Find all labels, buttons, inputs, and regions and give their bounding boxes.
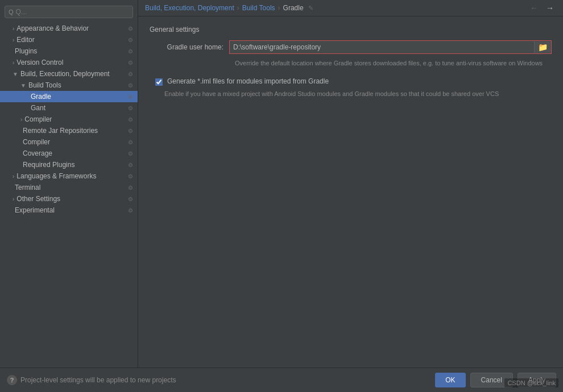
ok-button[interactable]: OK (435, 373, 465, 387)
sidebar-item-experimental[interactable]: Experimental ⚙ (0, 205, 138, 216)
dialog-body: Q › Appearance & Behavior ⚙ › Editor ⚙ P… (0, 0, 563, 368)
forward-arrow[interactable]: → (544, 3, 556, 12)
sidebar-item-appearance[interactable]: › Appearance & Behavior ⚙ (0, 23, 138, 34)
sidebar-item-label: Required Plugins (23, 161, 74, 169)
sidebar-item-plugins[interactable]: Plugins ⚙ (0, 45, 138, 57)
generate-iml-row: Generate *.iml files for modules importe… (155, 77, 552, 86)
gradle-home-input[interactable] (230, 41, 534, 53)
settings-icon: ⚙ (128, 82, 133, 89)
sidebar: Q › Appearance & Behavior ⚙ › Editor ⚙ P… (0, 0, 138, 368)
sidebar-item-editor[interactable]: › Editor ⚙ (0, 34, 138, 45)
sidebar-item-compiler-sub[interactable]: › Compiler ⚙ (0, 114, 138, 125)
sidebar-item-terminal[interactable]: Terminal ⚙ (0, 182, 138, 193)
arrow-icon: › (13, 60, 14, 66)
search-icon: Q (9, 9, 14, 15)
sidebar-item-gant[interactable]: Gant ⚙ (0, 102, 138, 114)
sidebar-item-label: Gant (31, 104, 45, 112)
arrow-icon: › (13, 196, 14, 202)
settings-icon: ⚙ (128, 151, 133, 157)
arrow-icon: › (13, 173, 14, 180)
settings-icon: ⚙ (128, 48, 133, 55)
generate-iml-checkbox[interactable] (155, 78, 163, 86)
breadcrumb-sep1: › (237, 4, 239, 12)
generate-iml-label[interactable]: Generate *.iml files for modules importe… (167, 77, 329, 85)
sidebar-item-label: Compiler (23, 138, 50, 146)
search-input[interactable] (16, 8, 129, 16)
settings-icon: ⚙ (128, 173, 133, 180)
settings-icon: ⚙ (128, 207, 133, 214)
sidebar-item-label: Compiler (24, 115, 52, 123)
settings-icon: ⚙ (128, 26, 133, 32)
sidebar-item-label: Editor (16, 36, 34, 44)
settings-icon: ⚙ (128, 37, 133, 43)
breadcrumb: Build, Execution, Deployment › Build Too… (138, 0, 563, 16)
arrow-icon: ▼ (13, 71, 18, 77)
help-icon[interactable]: ? (7, 375, 17, 385)
settings-icon: ⚙ (128, 128, 133, 134)
sidebar-item-compiler2[interactable]: Compiler ⚙ (0, 136, 138, 148)
sidebar-item-label: Experimental (15, 206, 55, 214)
arrow-icon: › (13, 37, 14, 43)
sidebar-item-label: Terminal (15, 184, 40, 191)
settings-icon: ⚙ (128, 116, 133, 123)
sidebar-item-label: Appearance & Behavior (16, 24, 89, 32)
arrow-icon: ▼ (20, 82, 26, 89)
dialog-footer: ? Project-level settings will be applied… (0, 368, 563, 392)
main-content: Build, Execution, Deployment › Build Too… (138, 0, 563, 368)
sidebar-item-label: Other Settings (16, 195, 60, 203)
sidebar-item-label: Remote Jar Repositories (23, 127, 98, 135)
breadcrumb-part3: Gradle (283, 4, 304, 12)
settings-icon: ⚙ (128, 105, 133, 111)
gradle-home-input-wrap: 📁 (229, 40, 552, 54)
sidebar-item-languages[interactable]: › Languages & Frameworks ⚙ (0, 170, 138, 182)
settings-icon: ⚙ (128, 60, 133, 66)
sidebar-item-label: Build Tools (28, 81, 61, 89)
footer-help: ? Project-level settings will be applied… (7, 375, 176, 385)
edit-icon[interactable]: ✎ (308, 5, 313, 12)
settings-icon: ⚙ (128, 71, 133, 77)
gradle-home-row: Gradle user home: 📁 (150, 40, 552, 54)
sidebar-item-label: Coverage (23, 149, 52, 157)
breadcrumb-part2[interactable]: Build Tools (242, 4, 275, 12)
sidebar-item-label: Version Control (16, 59, 63, 66)
sidebar-item-coverage[interactable]: Coverage ⚙ (0, 148, 138, 159)
search-box[interactable]: Q (5, 6, 133, 18)
gradle-home-hint: Override the default location where Grad… (235, 59, 548, 68)
sidebar-item-required-plugins[interactable]: Required Plugins ⚙ (0, 159, 138, 170)
settings-icon: ⚙ (128, 94, 133, 100)
sidebar-item-label: Gradle (31, 93, 51, 101)
breadcrumb-part1[interactable]: Build, Execution, Deployment (145, 4, 234, 12)
watermark: CSDN @scx_link (504, 378, 558, 387)
sidebar-item-version-control[interactable]: › Version Control ⚙ (0, 57, 138, 68)
settings-icon: ⚙ (128, 139, 133, 145)
sidebar-item-label: Build, Execution, Deployment (20, 70, 110, 78)
generate-iml-hint: Enable if you have a mixed project with … (164, 89, 506, 99)
folder-browse-button[interactable]: 📁 (534, 41, 551, 53)
footer-help-text: Project-level settings will be applied t… (20, 376, 176, 384)
sidebar-item-gradle[interactable]: Gradle ⚙ (0, 91, 138, 102)
gradle-home-label: Gradle user home: (150, 43, 229, 51)
settings-icon: ⚙ (128, 162, 133, 168)
sidebar-item-label: Plugins (15, 47, 37, 55)
content-area: General settings Gradle user home: 📁 Ove… (138, 16, 563, 368)
arrow-icon: › (20, 116, 22, 123)
arrow-icon: › (13, 26, 14, 32)
sidebar-item-other-settings[interactable]: › Other Settings ⚙ (0, 193, 138, 205)
settings-icon: ⚙ (128, 185, 133, 191)
back-arrow[interactable]: ← (528, 3, 540, 12)
sidebar-item-build-tools[interactable]: ▼ Build Tools ⚙ (0, 80, 138, 91)
section-title: General settings (150, 26, 552, 34)
settings-dialog: Q › Appearance & Behavior ⚙ › Editor ⚙ P… (0, 0, 563, 392)
nav-arrows: ← → (528, 3, 556, 12)
sidebar-item-remote-jar[interactable]: Remote Jar Repositories ⚙ (0, 125, 138, 136)
sidebar-item-build-exec[interactable]: ▼ Build, Execution, Deployment ⚙ (0, 68, 138, 80)
settings-icon: ⚙ (128, 196, 133, 202)
breadcrumb-sep2: › (278, 4, 280, 12)
sidebar-item-label: Languages & Frameworks (16, 172, 96, 180)
